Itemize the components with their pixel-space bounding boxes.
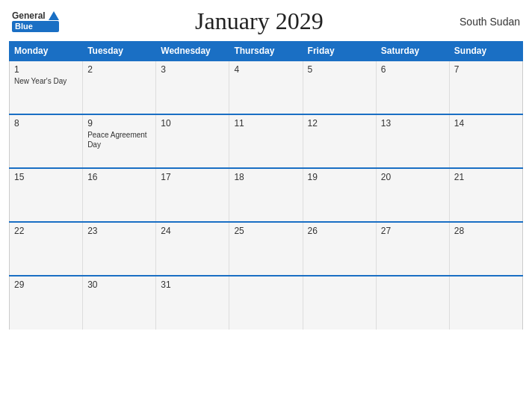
calendar-day-cell: 15 — [10, 168, 83, 222]
day-number: 15 — [14, 172, 78, 182]
calendar-day-cell: 4 — [229, 61, 303, 114]
calendar-day-cell: 20 — [376, 168, 449, 222]
day-number: 1 — [14, 64, 78, 75]
day-number: 16 — [87, 172, 151, 182]
day-number: 10 — [161, 118, 224, 129]
calendar-table: Monday Tuesday Wednesday Thursday Friday… — [9, 41, 523, 330]
day-number: 4 — [234, 64, 297, 75]
calendar-day-cell: 3 — [156, 61, 229, 114]
calendar-day-cell — [303, 276, 376, 330]
calendar-day-cell: 16 — [83, 168, 156, 222]
day-number: 26 — [308, 226, 371, 236]
calendar-day-cell: 12 — [303, 114, 376, 168]
calendar-day-cell: 24 — [156, 222, 229, 276]
day-number: 3 — [161, 64, 224, 75]
day-number: 30 — [87, 279, 151, 290]
day-number: 27 — [381, 226, 445, 236]
calendar-day-cell: 21 — [449, 168, 522, 222]
day-number: 25 — [234, 226, 297, 236]
day-number: 12 — [308, 118, 371, 129]
day-number: 6 — [381, 64, 445, 75]
day-number: 20 — [381, 172, 445, 182]
day-number: 31 — [161, 279, 224, 290]
calendar-day-cell: 29 — [10, 276, 83, 330]
col-monday: Monday — [10, 42, 83, 61]
calendar-day-cell: 18 — [229, 168, 303, 222]
calendar-day-cell: 22 — [10, 222, 83, 276]
calendar-day-cell: 23 — [83, 222, 156, 276]
calendar-day-cell: 25 — [229, 222, 303, 276]
calendar-day-cell: 30 — [83, 276, 156, 330]
header-row: Monday Tuesday Wednesday Thursday Friday… — [10, 42, 523, 61]
day-number: 23 — [87, 226, 151, 236]
calendar-day-cell: 11 — [229, 114, 303, 168]
holiday-name: New Year's Day — [14, 76, 78, 86]
day-number: 19 — [308, 172, 371, 182]
calendar-week-row: 89Peace Agreement Day1011121314 — [10, 114, 523, 168]
calendar-day-cell: 31 — [156, 276, 229, 330]
calendar-day-cell: 28 — [449, 222, 522, 276]
col-saturday: Saturday — [376, 42, 449, 61]
day-number: 2 — [87, 64, 151, 75]
day-number: 8 — [14, 118, 78, 129]
logo-blue-text: Blue — [12, 21, 59, 32]
calendar-week-row: 22232425262728 — [10, 222, 523, 276]
col-wednesday: Wednesday — [156, 42, 229, 61]
calendar-day-cell: 26 — [303, 222, 376, 276]
col-thursday: Thursday — [229, 42, 303, 61]
calendar-day-cell: 9Peace Agreement Day — [83, 114, 156, 168]
calendar-day-cell: 13 — [376, 114, 449, 168]
calendar-day-cell: 10 — [156, 114, 229, 168]
day-number: 21 — [454, 172, 518, 182]
calendar-wrapper: General Blue January 2029 South Sudan Mo… — [0, 0, 532, 411]
day-number: 22 — [14, 226, 78, 236]
country-name: South Sudan — [460, 16, 520, 28]
calendar-day-cell — [376, 276, 449, 330]
col-friday: Friday — [303, 42, 376, 61]
calendar-day-cell: 14 — [449, 114, 522, 168]
day-number: 7 — [454, 64, 518, 75]
calendar-day-cell: 8 — [10, 114, 83, 168]
col-tuesday: Tuesday — [83, 42, 156, 61]
calendar-day-cell: 27 — [376, 222, 449, 276]
calendar-title: January 2029 — [195, 7, 324, 35]
calendar-day-cell: 19 — [303, 168, 376, 222]
day-number: 18 — [234, 172, 297, 182]
day-number: 9 — [87, 118, 151, 129]
calendar-day-cell: 7 — [449, 61, 522, 114]
day-number: 28 — [454, 226, 518, 236]
calendar-day-cell: 6 — [376, 61, 449, 114]
calendar-header: General Blue January 2029 South Sudan — [9, 7, 523, 35]
calendar-day-cell: 17 — [156, 168, 229, 222]
day-number: 17 — [161, 172, 224, 182]
calendar-week-row: 15161718192021 — [10, 168, 523, 222]
day-number: 11 — [234, 118, 297, 129]
day-number: 29 — [14, 279, 78, 290]
day-number: 5 — [308, 64, 371, 75]
logo: General Blue — [12, 10, 59, 33]
calendar-day-cell — [229, 276, 303, 330]
calendar-week-row: 1New Year's Day234567 — [10, 61, 523, 114]
calendar-day-cell: 2 — [83, 61, 156, 114]
calendar-day-cell — [449, 276, 522, 330]
day-number: 13 — [381, 118, 445, 129]
calendar-day-cell: 1New Year's Day — [10, 61, 83, 114]
logo-triangle-icon — [49, 11, 59, 20]
holiday-name: Peace Agreement Day — [87, 130, 151, 149]
calendar-day-cell: 5 — [303, 61, 376, 114]
logo-general-text: General — [12, 10, 46, 21]
col-sunday: Sunday — [449, 42, 522, 61]
day-number: 24 — [161, 226, 224, 236]
day-number: 14 — [454, 118, 518, 129]
calendar-week-row: 293031 — [10, 276, 523, 330]
